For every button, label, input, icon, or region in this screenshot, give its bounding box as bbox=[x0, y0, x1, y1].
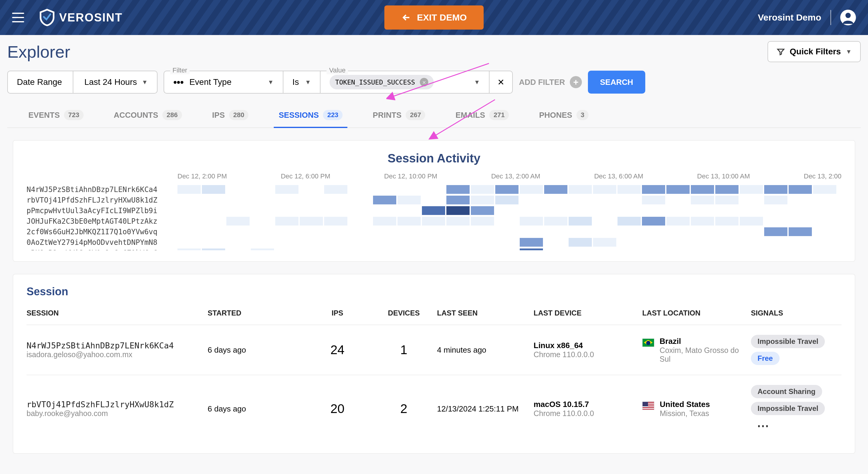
tab-phones[interactable]: PHONES3 bbox=[539, 102, 589, 127]
date-range-select[interactable]: Date Range Last 24 Hours ▼ bbox=[7, 71, 158, 94]
signal-badge: Free bbox=[751, 352, 780, 365]
heatmap-row: 0AoZtWeY279i4pMoODvvehtDNPYmN8 bbox=[27, 237, 841, 247]
filter-icon bbox=[777, 48, 785, 56]
heatmap-row: rbVTOj41PfdSzhFLJzlryHXwU8k1dZ bbox=[27, 195, 841, 205]
tenant-name: Verosint Demo bbox=[758, 12, 821, 23]
filter-group: Filter ●●● Event Type ▼ Is ▼ Value TOKEN… bbox=[163, 71, 513, 94]
signal-badge: Impossible Travel bbox=[751, 402, 825, 415]
menu-icon[interactable] bbox=[12, 13, 24, 22]
chevron-down-icon: ▼ bbox=[846, 48, 852, 55]
filter-value-select[interactable]: Value TOKEN_ISSUED_SUCCESS ✕ ▼ bbox=[320, 71, 489, 94]
divider bbox=[830, 10, 831, 25]
table-row[interactable]: rbVTOj41PfdSzhFLJzlryHXwU8k1dZbaby.rooke… bbox=[27, 375, 841, 442]
tab-ips[interactable]: IPS280 bbox=[212, 102, 249, 127]
heatmap-row: vBH8zB2nvWWiSa1W0r2aCuCZ1kWCaC bbox=[27, 248, 841, 250]
chevron-down-icon: ▼ bbox=[305, 79, 311, 86]
remove-chip-icon[interactable]: ✕ bbox=[420, 78, 428, 86]
clear-filter-button[interactable]: ✕ bbox=[489, 71, 513, 94]
signal-badge: Impossible Travel bbox=[751, 335, 825, 348]
tab-events[interactable]: EVENTS723 bbox=[28, 102, 84, 127]
shield-icon bbox=[39, 9, 55, 26]
logo: VEROSINT bbox=[39, 9, 123, 26]
app-name: VEROSINT bbox=[59, 11, 123, 24]
tab-emails[interactable]: EMAILS271 bbox=[456, 102, 509, 127]
chevron-down-icon: ▼ bbox=[142, 79, 148, 86]
heatmap-row: 2cf0Ws6GuH2JbMKQZ1I7Q1o0YVw6vq bbox=[27, 227, 841, 237]
filter-op-select[interactable]: Is ▼ bbox=[283, 71, 320, 94]
svg-point-0 bbox=[845, 13, 851, 18]
filter-chip: TOKEN_ISSUED_SUCCESS ✕ bbox=[330, 75, 434, 89]
chevron-down-icon: ▼ bbox=[474, 79, 480, 86]
tab-prints[interactable]: PRINTS267 bbox=[373, 102, 425, 127]
avatar[interactable] bbox=[840, 10, 856, 25]
heatmap-row: pPmcpwHvtUul3aAcyFIcLI9WPZlb9i bbox=[27, 206, 841, 215]
plus-icon: + bbox=[570, 76, 582, 88]
tab-accounts[interactable]: ACCOUNTS286 bbox=[114, 102, 182, 127]
chevron-down-icon: ▼ bbox=[268, 79, 274, 86]
search-button[interactable]: SEARCH bbox=[588, 71, 645, 94]
exit-demo-button[interactable]: EXIT DEMO bbox=[384, 5, 484, 30]
heatmap-row: N4rWJ5PzSBtiAhnDBzp7LENrk6KCa4 bbox=[27, 184, 841, 195]
filter-field-select[interactable]: Filter ●●● Event Type ▼ bbox=[163, 71, 283, 94]
activity-title: Session Activity bbox=[27, 152, 841, 165]
session-title: Session bbox=[27, 285, 841, 298]
event-type-icon: ●●● bbox=[173, 78, 184, 86]
signal-badge: Account Sharing bbox=[751, 385, 822, 398]
page-title: Explorer bbox=[7, 42, 70, 62]
more-icon[interactable]: ⋯ bbox=[757, 419, 769, 433]
heatmap: N4rWJ5PzSBtiAhnDBzp7LENrk6KCa4rbVTOj41Pf… bbox=[27, 184, 841, 250]
arrow-left-icon bbox=[401, 12, 411, 23]
tab-sessions[interactable]: SESSIONS223 bbox=[279, 102, 343, 127]
quick-filters-button[interactable]: Quick Filters ▼ bbox=[768, 41, 861, 62]
heatmap-row: JOHJuFKa2C3bE0eMptAGT40LPtzAkz bbox=[27, 216, 841, 226]
table-row[interactable]: N4rWJ5PzSBtiAhnDBzp7LENrk6KCa4isadora.ge… bbox=[27, 325, 841, 375]
add-filter-button[interactable]: ADD FILTER + bbox=[519, 76, 582, 88]
